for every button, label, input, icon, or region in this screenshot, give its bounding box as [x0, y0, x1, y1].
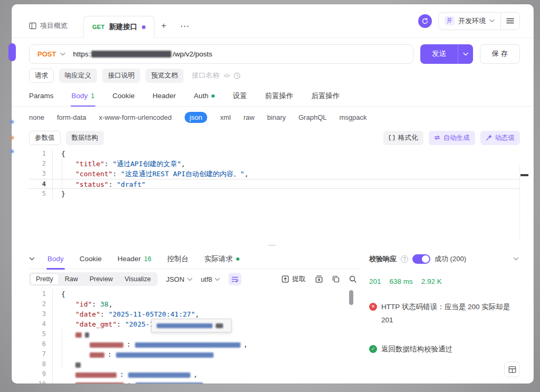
project-tab-label: 项目概览 — [40, 21, 68, 31]
help-icon[interactable]: ? — [401, 255, 408, 263]
tab-response-definition[interactable]: 响应定义 — [59, 69, 97, 83]
dynamic-value-button[interactable]: 动态值 — [480, 131, 520, 145]
seg-visualize[interactable]: Visualize — [119, 273, 157, 285]
token: : — [109, 180, 117, 188]
tab-header[interactable]: Header — [152, 85, 176, 106]
tab-console[interactable]: 控制台 — [167, 249, 189, 269]
sidebar-speck — [11, 150, 14, 153]
token: "2025-11-05T20:41:27" — [109, 310, 195, 318]
request-body-editor[interactable]: 1{2"title": "通过API创建的文章",3"content": "这是… — [12, 149, 534, 241]
method-select[interactable]: POST — [30, 50, 60, 58]
tab-active-request[interactable]: GET 新建接口 — [83, 16, 155, 38]
code-line[interactable]: 9: , — [29, 369, 361, 379]
charset-label: utf8 — [201, 275, 213, 283]
wrap-lines-button[interactable] — [228, 273, 242, 285]
tab-preview-doc[interactable]: 预览文档 — [146, 69, 184, 83]
format-button[interactable]: 格式化 — [383, 131, 423, 145]
pane-splitter-handle[interactable]: ⋯ — [12, 241, 534, 249]
sync-button[interactable] — [418, 14, 432, 28]
code-line[interactable]: 2"id": 38, — [29, 299, 361, 309]
token: "content" — [75, 170, 112, 178]
request-tab-label: 新建接口 — [109, 22, 138, 32]
sidebar-speck — [11, 136, 14, 139]
response-time: 638 ms — [390, 278, 413, 285]
token: : — [100, 310, 109, 318]
url-input[interactable]: https: /wp/v2/posts — [73, 50, 212, 58]
code-line[interactable]: 10: , — [29, 379, 361, 384]
tab-post-actions[interactable]: 后置操作 — [311, 85, 340, 106]
auto-generate-button[interactable]: 自动生成 — [429, 131, 475, 145]
endpoint-name-field[interactable]: 接口名称 </> — [192, 71, 240, 80]
extract-label: 提取 — [292, 274, 306, 284]
response-body-editor[interactable]: 1{2"id": 38,3"date": "2025-11-05T20:41:2… — [29, 289, 361, 384]
code-line[interactable]: 5} — [29, 189, 520, 199]
code-line[interactable]: 2"title": "通过API创建的文章", — [29, 159, 520, 169]
seg-preview[interactable]: Preview — [84, 273, 119, 285]
tab-response-body[interactable]: Body — [47, 249, 64, 269]
body-type-x-www-form-urlencoded[interactable]: x-www-form-urlencoded — [99, 113, 172, 121]
code-line[interactable]: 8 — [29, 359, 361, 369]
environment-select[interactable]: 开 开发环境 — [438, 12, 520, 30]
url-input-box[interactable]: POST https: /wp/v2/posts — [29, 44, 413, 64]
tab-endpoint-doc[interactable]: 接口说明 — [102, 69, 140, 83]
body-type-GraphQL[interactable]: GraphQL — [298, 113, 326, 121]
body-type-json[interactable]: json — [185, 112, 208, 123]
copy-icon[interactable] — [332, 275, 340, 283]
redacted-token — [75, 372, 117, 378]
body-type-raw[interactable]: raw — [244, 113, 255, 121]
validate-toggle[interactable] — [412, 254, 430, 264]
tab-cookie[interactable]: Cookie — [112, 85, 134, 106]
line-number: 9 — [29, 369, 52, 379]
code-line[interactable]: 1{ — [29, 289, 361, 299]
header-count-badge: 16 — [144, 255, 151, 263]
extract-button[interactable]: 提取 — [282, 274, 306, 284]
tab-parameter-values[interactable]: 参数值 — [29, 131, 61, 145]
tab-body[interactable]: Body 1 — [72, 85, 95, 106]
url-redacted-host — [91, 51, 171, 58]
send-options-caret[interactable] — [458, 52, 473, 56]
response-type-select[interactable]: JSON — [166, 275, 192, 283]
sidebar-collapsed-indicator[interactable] — [8, 43, 16, 61]
body-type-xml[interactable]: xml — [220, 113, 230, 121]
tab-pre-actions[interactable]: 前置操作 — [265, 85, 293, 106]
body-type-binary[interactable]: binary — [267, 113, 286, 121]
tab-data-schema[interactable]: 数据结构 — [66, 131, 104, 145]
layout-toggle-button[interactable] — [504, 361, 520, 377]
chevron-down-icon[interactable] — [60, 52, 65, 56]
body-type-msgpack[interactable]: msgpack — [339, 113, 367, 121]
seg-pretty[interactable]: Pretty — [30, 273, 59, 285]
code-line[interactable]: 1{ — [29, 149, 520, 159]
new-tab-button[interactable]: + — [155, 14, 173, 37]
tab-actual-request[interactable]: 实际请求 — [205, 249, 239, 269]
environment-menu-button[interactable] — [501, 18, 519, 24]
tab-more-button[interactable]: ⋯ — [173, 14, 196, 37]
body-type-none[interactable]: none — [29, 113, 44, 121]
code-line[interactable]: 7: — [29, 349, 361, 359]
body-type-form-data[interactable]: form-data — [57, 113, 86, 121]
token: : — [92, 300, 100, 308]
tab-settings[interactable]: 设置 — [233, 85, 247, 106]
seg-raw[interactable]: Raw — [59, 273, 84, 285]
code-line[interactable]: 6: , — [29, 339, 361, 349]
tab-response-header[interactable]: Header 16 — [118, 249, 151, 269]
search-icon[interactable] — [349, 275, 356, 283]
tab-response-cookie[interactable]: Cookie — [80, 249, 102, 269]
charset-select[interactable]: utf8 — [201, 275, 220, 283]
code-line[interactable]: 3"date": "2025-11-05T20:41:27", — [29, 309, 361, 319]
environment-label: 开发环境 — [458, 16, 486, 26]
collapse-response-icon[interactable] — [29, 257, 35, 261]
tab-auth[interactable]: Auth — [194, 85, 215, 106]
validate-response-label: 校验响应 — [369, 254, 397, 264]
token: , — [244, 170, 248, 178]
tab-project-overview[interactable]: 项目概览 — [29, 14, 68, 37]
tab-request[interactable]: 请求 — [29, 69, 54, 83]
send-button[interactable]: 发送 — [420, 44, 473, 64]
code-line[interactable]: 4"status": "draft" — [29, 179, 520, 189]
save-button[interactable]: 保 存 — [480, 44, 520, 64]
panel-chevron-icon[interactable] — [513, 257, 520, 261]
tab-params[interactable]: Params — [29, 85, 54, 106]
save-response-icon[interactable] — [315, 275, 323, 283]
body-count-badge: 1 — [91, 92, 94, 100]
redacted-token — [116, 352, 214, 358]
code-line[interactable]: 3"content": "这是通过REST API自动创建的内容。", — [29, 169, 520, 179]
